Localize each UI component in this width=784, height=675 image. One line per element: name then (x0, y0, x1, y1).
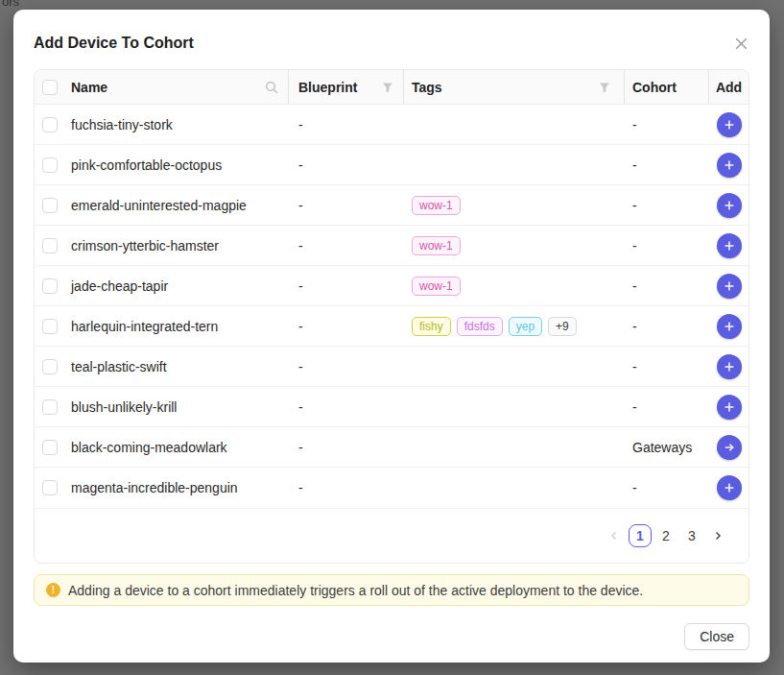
blueprint-value: - (289, 117, 404, 133)
chevron-left-icon (608, 530, 620, 542)
row-checkbox[interactable] (42, 359, 58, 374)
page-button-1[interactable]: 1 (629, 524, 652, 547)
row-checkbox[interactable] (42, 399, 58, 415)
tags-cell: wow-1 (404, 236, 625, 255)
add-device-button[interactable] (717, 112, 742, 137)
warning-banner: ! Adding a device to a cohort immediatel… (34, 574, 749, 606)
page-button-2[interactable]: 2 (654, 524, 677, 547)
cohort-value: Gateways (625, 440, 709, 455)
next-page-button[interactable] (706, 524, 729, 547)
tag-yep: yep (509, 317, 542, 336)
table-row: harlequin-integrated-tern - fishyfdsfdsy… (35, 306, 748, 347)
add-device-to-cohort-modal: Add Device To Cohort Name Blueprint Tags… (13, 10, 770, 663)
pagination: 123 (35, 508, 748, 563)
table-row: magenta-incredible-penguin - - (35, 468, 748, 508)
cohort-value: - (625, 157, 709, 173)
blueprint-value: - (289, 238, 404, 253)
plus-icon (723, 320, 736, 333)
cohort-value: - (625, 480, 709, 495)
blueprint-value: - (289, 440, 404, 455)
warning-text: Adding a device to a cohort immediately … (68, 583, 643, 598)
tag-wow-1: wow-1 (412, 196, 461, 215)
add-device-button[interactable] (717, 314, 742, 339)
table-body: fuchsia-tiny-stork - - pink-comfortable-… (35, 105, 748, 508)
prev-page-button[interactable] (603, 524, 626, 547)
column-header-tags: Tags (412, 80, 442, 95)
add-device-button[interactable] (717, 193, 742, 218)
tag-fdsfds: fdsfds (457, 317, 503, 336)
column-header-name: Name (71, 80, 107, 95)
device-name: crimson-ytterbic-hamster (71, 238, 219, 253)
add-device-button[interactable] (717, 475, 742, 500)
tag-wow-1: wow-1 (412, 277, 461, 296)
blueprint-value: - (289, 399, 404, 415)
cohort-value: - (625, 359, 709, 374)
plus-icon (723, 199, 736, 212)
blueprint-value: - (289, 157, 404, 173)
cohort-value: - (625, 399, 709, 415)
device-name: emerald-uninterested-magpie (71, 198, 247, 213)
table-row: black-coming-meadowlark - Gateways (35, 427, 748, 468)
background-clipped-text: ors (2, 0, 19, 9)
plus-icon (723, 239, 736, 253)
blueprint-value: - (289, 319, 404, 334)
tags-cell: wow-1 (404, 277, 625, 296)
table-row: blush-unlikely-krill - - (35, 387, 748, 427)
select-all-checkbox[interactable] (42, 80, 58, 95)
row-checkbox[interactable] (42, 278, 58, 294)
modal-title: Add Device To Cohort (34, 27, 194, 52)
add-device-button[interactable] (717, 233, 742, 258)
arrow-right-icon (723, 441, 736, 454)
blueprint-value: - (289, 278, 404, 294)
add-device-button[interactable] (717, 395, 742, 420)
table-row: pink-comfortable-octopus - - (35, 145, 748, 185)
row-checkbox[interactable] (42, 440, 58, 455)
column-header-cohort: Cohort (632, 80, 677, 95)
tags-cell: wow-1 (404, 196, 625, 215)
table-row: crimson-ytterbic-hamster - wow-1 - (35, 226, 748, 266)
tag-wow-1: wow-1 (412, 236, 461, 255)
row-checkbox[interactable] (42, 198, 58, 213)
plus-icon (723, 400, 736, 414)
device-name: teal-plastic-swift (71, 359, 167, 374)
warning-icon: ! (46, 583, 60, 597)
page-numbers: 123 (629, 524, 703, 547)
row-checkbox[interactable] (42, 319, 58, 334)
cohort-value: - (625, 278, 709, 294)
table-row: jade-cheap-tapir - wow-1 - (35, 266, 748, 306)
device-name: magenta-incredible-penguin (71, 480, 238, 495)
modal-close-icon[interactable] (730, 33, 751, 54)
chevron-right-icon (712, 530, 724, 542)
cohort-value: - (625, 198, 709, 213)
column-header-blueprint: Blueprint (298, 80, 357, 95)
cohort-value: - (625, 117, 709, 133)
row-checkbox[interactable] (42, 480, 58, 495)
tags-cell: fishyfdsfdsyep+9 (404, 317, 625, 336)
device-table: Name Blueprint Tags Cohort Add fuchsia-t… (34, 69, 749, 564)
page-button-3[interactable]: 3 (680, 524, 703, 547)
column-header-add: Add (716, 80, 742, 95)
table-header: Name Blueprint Tags Cohort Add (35, 70, 748, 105)
goto-cohort-button[interactable] (717, 435, 742, 460)
device-name: black-coming-meadowlark (71, 440, 227, 455)
filter-icon[interactable] (382, 82, 393, 93)
blueprint-value: - (289, 359, 404, 374)
table-row: emerald-uninterested-magpie - wow-1 - (35, 185, 748, 226)
device-name: fuchsia-tiny-stork (71, 117, 173, 133)
search-icon[interactable] (265, 81, 278, 94)
blueprint-value: - (289, 480, 404, 495)
close-button[interactable]: Close (684, 623, 749, 650)
row-checkbox[interactable] (42, 157, 58, 173)
blueprint-value: - (289, 198, 404, 213)
row-checkbox[interactable] (42, 238, 58, 253)
filter-icon[interactable] (599, 82, 610, 93)
cohort-value: - (625, 319, 709, 334)
add-device-button[interactable] (717, 153, 742, 178)
add-device-button[interactable] (717, 274, 742, 299)
plus-icon (723, 118, 736, 132)
row-checkbox[interactable] (42, 117, 58, 133)
add-device-button[interactable] (717, 354, 742, 379)
plus-icon (723, 481, 736, 494)
table-row: fuchsia-tiny-stork - - (35, 105, 748, 145)
device-name: pink-comfortable-octopus (71, 157, 222, 173)
